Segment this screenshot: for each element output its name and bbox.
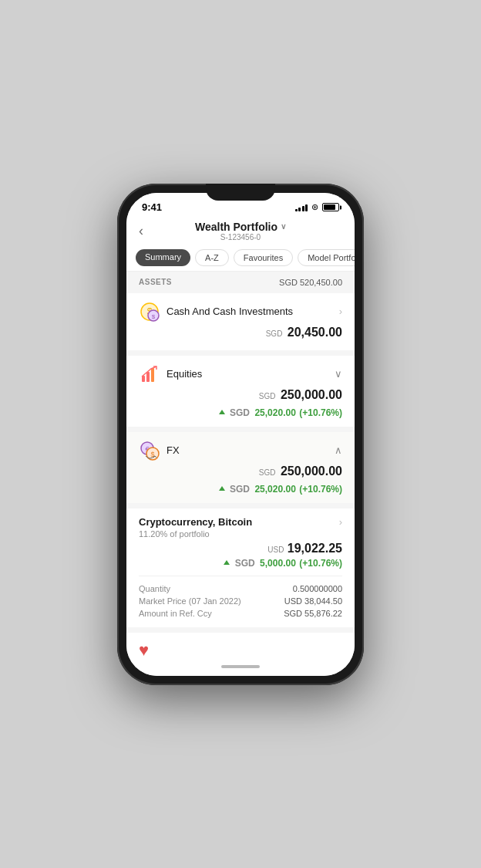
crypto-title: Cryptocurrency, Bitcoin xyxy=(139,516,252,528)
header-title-row: Wealth Portfolio ∨ xyxy=(195,221,286,233)
svg-rect-6 xyxy=(151,368,154,382)
detail-row-amount-ref: Amount in Ref. Ccy SGD 55,876.22 xyxy=(139,607,342,620)
bottom-actions: ♥ xyxy=(126,633,355,657)
main-content: ASSETS SGD 520,450.00 $ $ xyxy=(126,272,355,657)
crypto-change: 5,000.00 xyxy=(260,558,296,569)
equities-asset-card[interactable]: Equities ∨ SGD 250,000.00 SGD 25,020.00 … xyxy=(126,356,355,427)
equities-asset-value: SGD 250,000.00 xyxy=(139,385,342,405)
equities-icon xyxy=(139,363,160,385)
svg-rect-5 xyxy=(146,372,150,382)
cash-currency: SGD xyxy=(266,329,283,338)
tab-favourites[interactable]: Favourites xyxy=(234,249,293,266)
fx-asset-card[interactable]: € $ FX ∧ SGD 250,000.00 xyxy=(126,432,355,503)
equities-asset-name: Equities xyxy=(166,368,202,380)
battery-icon xyxy=(322,203,339,211)
bottom-bar xyxy=(126,657,355,676)
equities-change: 25,020.00 xyxy=(254,407,295,418)
detail-value-amount-ref: SGD 55,876.22 xyxy=(284,609,342,618)
detail-value-quantity: 0.500000000 xyxy=(293,584,342,593)
fx-icon: € $ xyxy=(139,440,160,461)
fx-change-label: SGD xyxy=(230,484,250,495)
header-title-block: Wealth Portfolio ∨ S-123456-0 xyxy=(195,221,286,241)
crypto-change-row: SGD 5,000.00 (+10.76%) xyxy=(139,556,342,569)
crypto-main-value: 19,022.25 xyxy=(288,542,342,555)
cash-asset-row: $ $ Cash And Cash Investments › xyxy=(139,301,342,323)
notch xyxy=(206,184,275,201)
crypto-portfolio-pct: 11.20% of portfolio xyxy=(139,529,342,539)
fx-asset-left: € $ FX xyxy=(139,440,180,461)
header-subtitle: S-123456-0 xyxy=(195,233,286,241)
detail-label-amount-ref: Amount in Ref. Ccy xyxy=(139,609,212,618)
detail-row-market-price: Market Price (07 Jan 2022) USD 38,044.50 xyxy=(139,595,342,607)
crypto-usd-row: USD 19,022.25 xyxy=(139,542,342,556)
fx-change: 25,020.00 xyxy=(254,484,295,495)
tab-summary[interactable]: Summary xyxy=(136,249,190,266)
status-time: 9:41 xyxy=(142,201,162,213)
assets-label: ASSETS xyxy=(139,278,172,286)
status-icons: ⊛ xyxy=(295,202,340,212)
assets-total: SGD 520,450.00 xyxy=(279,278,342,287)
phone-frame: 9:41 ⊛ ‹ Wealth Portfoli xyxy=(117,184,364,685)
equities-change-row: SGD 25,020.00 (+10.76%) xyxy=(139,405,342,419)
equities-change-label: SGD xyxy=(230,407,250,418)
wifi-icon: ⊛ xyxy=(311,202,318,212)
fx-change-pct: (+10.76%) xyxy=(299,484,342,495)
header: ‹ Wealth Portfolio ∨ S-123456-0 xyxy=(126,216,355,245)
home-indicator[interactable] xyxy=(221,665,260,668)
fx-toggle-icon[interactable]: ∧ xyxy=(335,444,342,456)
fx-up-icon xyxy=(219,486,225,491)
fx-value: 250,000.00 xyxy=(281,464,342,478)
crypto-values: USD 19,022.25 SGD 5,000.00 (+10.76%) xyxy=(139,542,342,569)
fx-currency: SGD xyxy=(259,468,276,477)
detail-value-market-price: USD 38,044.50 xyxy=(284,596,342,606)
crypto-chevron-right-icon: › xyxy=(339,516,342,528)
tabs-bar: Summary A-Z Favourites Model Portfo... xyxy=(126,245,355,272)
cash-asset-name: Cash And Cash Investments xyxy=(166,306,293,317)
crypto-section: Cryptocurrency, Bitcoin › 11.20% of port… xyxy=(126,508,355,627)
equities-toggle-icon[interactable]: ∨ xyxy=(335,368,342,380)
crypto-usd-label: USD xyxy=(267,545,284,554)
equities-asset-row: Equities ∨ xyxy=(139,363,342,385)
tab-az[interactable]: A-Z xyxy=(195,249,229,266)
assets-header: ASSETS SGD 520,450.00 xyxy=(126,272,355,293)
cash-icon: $ $ xyxy=(139,301,160,323)
chevron-down-icon[interactable]: ∨ xyxy=(281,222,286,231)
equities-value: 250,000.00 xyxy=(281,388,342,401)
header-title-text: Wealth Portfolio xyxy=(195,221,278,233)
phone-screen: 9:41 ⊛ ‹ Wealth Portfoli xyxy=(126,193,355,676)
equities-asset-left: Equities xyxy=(139,363,202,385)
header-nav: ‹ Wealth Portfolio ∨ S-123456-0 xyxy=(139,221,342,245)
cash-asset-card[interactable]: $ $ Cash And Cash Investments › SGD 20,4… xyxy=(126,293,355,350)
svg-text:$: $ xyxy=(152,313,156,320)
equities-change-pct: (+10.76%) xyxy=(299,407,342,418)
cash-value: 20,450.00 xyxy=(288,326,342,339)
cash-chevron-right-icon: › xyxy=(339,306,342,317)
back-button[interactable]: ‹ xyxy=(139,223,143,239)
equities-up-icon xyxy=(219,410,225,414)
detail-label-market-price: Market Price (07 Jan 2022) xyxy=(139,596,241,606)
fx-change-row: SGD 25,020.00 (+10.76%) xyxy=(139,481,342,495)
crypto-change-label: SGD xyxy=(235,558,255,569)
fx-asset-row: € $ FX ∧ xyxy=(139,440,342,461)
crypto-change-pct: (+10.76%) xyxy=(299,558,342,569)
favourite-heart-button[interactable]: ♥ xyxy=(139,640,149,657)
detail-row-quantity: Quantity 0.500000000 xyxy=(139,583,342,595)
cash-asset-left: $ $ Cash And Cash Investments xyxy=(139,301,293,323)
crypto-up-icon xyxy=(224,560,230,565)
cash-asset-value: SGD 20,450.00 xyxy=(139,323,342,343)
crypto-header: Cryptocurrency, Bitcoin › xyxy=(139,516,342,528)
fx-asset-name: FX xyxy=(166,444,180,456)
detail-label-quantity: Quantity xyxy=(139,584,170,593)
signal-icon xyxy=(295,203,308,211)
equities-currency: SGD xyxy=(259,392,276,400)
crypto-detail-rows: Quantity 0.500000000 Market Price (07 Ja… xyxy=(139,576,342,620)
tab-model-portfolio[interactable]: Model Portfo... xyxy=(298,249,355,266)
fx-asset-value: SGD 250,000.00 xyxy=(139,461,342,481)
